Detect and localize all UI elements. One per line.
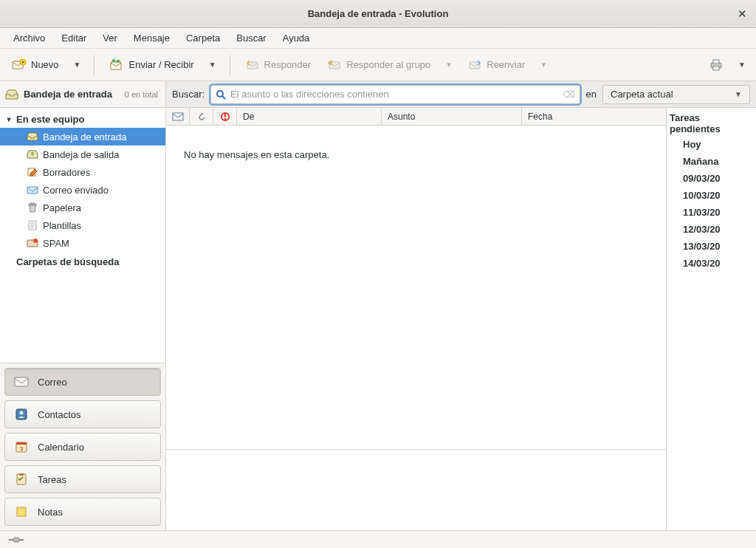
switcher-label: Contactos bbox=[38, 409, 81, 420]
sidebar: ▼ En este equipo Bandeja de entrada Band… bbox=[0, 108, 166, 530]
folder-trash[interactable]: Papelera bbox=[0, 199, 165, 216]
switcher-mail[interactable]: Correo bbox=[4, 368, 161, 396]
search-input[interactable] bbox=[230, 89, 557, 100]
task-item[interactable]: Hoy bbox=[667, 136, 756, 153]
reply-icon bbox=[245, 58, 260, 72]
switcher-calendar[interactable]: 3 Calendario bbox=[4, 433, 161, 461]
folder-templates[interactable]: Plantillas bbox=[0, 216, 165, 234]
window-title: Bandeja de entrada - Evolution bbox=[0, 8, 756, 19]
search-entry[interactable]: ⌫ bbox=[210, 85, 580, 104]
contacts-icon bbox=[14, 407, 29, 422]
folder-count-label: 0 en total bbox=[125, 90, 158, 99]
reply-label: Responder bbox=[264, 59, 312, 70]
print-button[interactable] bbox=[703, 55, 729, 75]
column-headers: De Asunto Fecha bbox=[166, 108, 666, 126]
svg-rect-13 bbox=[31, 202, 34, 204]
switcher-contacts[interactable]: Contactos bbox=[4, 400, 161, 428]
folder-tree: ▼ En este equipo Bandeja de entrada Band… bbox=[0, 108, 165, 363]
new-dropdown[interactable]: ▼ bbox=[69, 58, 86, 72]
reply-all-dropdown: ▼ bbox=[441, 58, 457, 72]
menu-archivo[interactable]: Archivo bbox=[6, 30, 52, 47]
task-item[interactable]: 09/03/20 bbox=[667, 170, 756, 187]
menu-ayuda[interactable]: Ayuda bbox=[275, 30, 317, 47]
message-list[interactable]: No hay mensajes en esta carpeta. bbox=[166, 126, 666, 449]
clear-search-icon[interactable]: ⌫ bbox=[563, 89, 575, 100]
col-date[interactable]: Fecha bbox=[522, 108, 666, 125]
col-flag[interactable] bbox=[213, 108, 237, 125]
col-subject[interactable]: Asunto bbox=[382, 108, 522, 125]
folder-spam[interactable]: SPAM bbox=[0, 234, 165, 252]
task-item[interactable]: Mañana bbox=[667, 153, 756, 170]
forward-button: Reenviar bbox=[461, 55, 531, 75]
switcher-tasks[interactable]: Tareas bbox=[4, 465, 161, 493]
notes-icon bbox=[14, 504, 29, 519]
col-attachment[interactable] bbox=[190, 108, 213, 125]
svg-rect-26 bbox=[173, 113, 183, 120]
folder-outbox[interactable]: Bandeja de salida bbox=[0, 145, 165, 163]
search-folders-row[interactable]: Carpetas de búsqueda bbox=[0, 252, 165, 270]
new-button[interactable]: Nuevo bbox=[6, 55, 65, 75]
svg-text:3: 3 bbox=[20, 445, 24, 452]
switcher-notes[interactable]: Notas bbox=[4, 498, 161, 526]
svg-rect-7 bbox=[713, 60, 719, 64]
tasks-title: Tareas pendientes bbox=[667, 111, 756, 136]
reply-all-button: Responder al grupo bbox=[321, 55, 436, 75]
folder-label: Bandeja de entrada bbox=[43, 131, 126, 143]
send-receive-button[interactable]: Enviar / Recibir bbox=[103, 55, 199, 75]
reply-all-label: Responder al grupo bbox=[346, 59, 430, 70]
svg-rect-11 bbox=[27, 187, 38, 193]
folder-sent[interactable]: Correo enviado bbox=[0, 181, 165, 199]
outbox-icon bbox=[27, 148, 38, 160]
folder-label: Correo enviado bbox=[43, 185, 109, 196]
inbox-icon bbox=[4, 87, 19, 102]
reply-all-icon bbox=[327, 58, 342, 72]
toolbar-separator bbox=[94, 55, 94, 75]
menu-buscar[interactable]: Buscar bbox=[229, 30, 273, 47]
menu-carpeta[interactable]: Carpeta bbox=[179, 30, 227, 47]
toolbar: Nuevo ▼ Enviar / Recibir ▼ Responder Res… bbox=[0, 49, 756, 81]
folder-label: Bandeja de salida bbox=[43, 149, 119, 160]
message-pane: De Asunto Fecha No hay mensajes en esta … bbox=[166, 108, 666, 530]
svg-point-19 bbox=[20, 411, 24, 415]
new-mail-icon bbox=[12, 58, 27, 72]
svg-rect-25 bbox=[17, 507, 26, 516]
col-from[interactable]: De bbox=[237, 108, 382, 125]
forward-label: Reenviar bbox=[487, 59, 525, 70]
expander-icon[interactable]: ▼ bbox=[4, 116, 13, 123]
print-dropdown[interactable]: ▼ bbox=[734, 58, 750, 72]
task-item[interactable]: 13/03/20 bbox=[667, 238, 756, 255]
svg-rect-8 bbox=[713, 66, 719, 70]
mail-icon bbox=[14, 374, 29, 389]
send-receive-icon bbox=[109, 58, 124, 72]
folder-drafts[interactable]: Borradores bbox=[0, 163, 165, 181]
svg-rect-30 bbox=[13, 538, 19, 542]
flag-icon bbox=[220, 112, 230, 122]
envelope-icon bbox=[172, 112, 184, 121]
task-item[interactable]: 10/03/20 bbox=[667, 187, 756, 204]
account-row[interactable]: ▼ En este equipo bbox=[0, 111, 165, 128]
folder-name-label: Bandeja de entrada bbox=[24, 89, 112, 100]
forward-icon bbox=[467, 58, 482, 72]
task-item[interactable]: 12/03/20 bbox=[667, 221, 756, 238]
svg-rect-3 bbox=[247, 62, 258, 69]
task-item[interactable]: 11/03/20 bbox=[667, 204, 756, 221]
tasks-panel: Tareas pendientes Hoy Mañana 09/03/20 10… bbox=[666, 108, 756, 530]
search-icon[interactable] bbox=[216, 89, 226, 100]
close-button[interactable]: ✕ bbox=[735, 7, 749, 21]
main-area: ▼ En este equipo Bandeja de entrada Band… bbox=[0, 108, 756, 530]
menu-ver[interactable]: Ver bbox=[95, 30, 125, 47]
menu-editar[interactable]: Editar bbox=[54, 30, 94, 47]
print-icon bbox=[709, 58, 724, 72]
menu-mensaje[interactable]: Mensaje bbox=[126, 30, 177, 47]
folder-inbox[interactable]: Bandeja de entrada bbox=[0, 128, 165, 145]
task-item[interactable]: 14/03/20 bbox=[667, 255, 756, 272]
scope-select[interactable]: Carpeta actual ▼ bbox=[602, 85, 750, 104]
send-receive-dropdown[interactable]: ▼ bbox=[205, 58, 221, 72]
svg-rect-29 bbox=[224, 118, 226, 120]
svg-rect-21 bbox=[16, 442, 27, 445]
message-preview bbox=[166, 449, 666, 530]
svg-rect-28 bbox=[224, 114, 226, 117]
chevron-down-icon: ▼ bbox=[735, 90, 742, 98]
col-status[interactable] bbox=[166, 108, 190, 125]
connection-status-icon[interactable] bbox=[7, 535, 25, 544]
